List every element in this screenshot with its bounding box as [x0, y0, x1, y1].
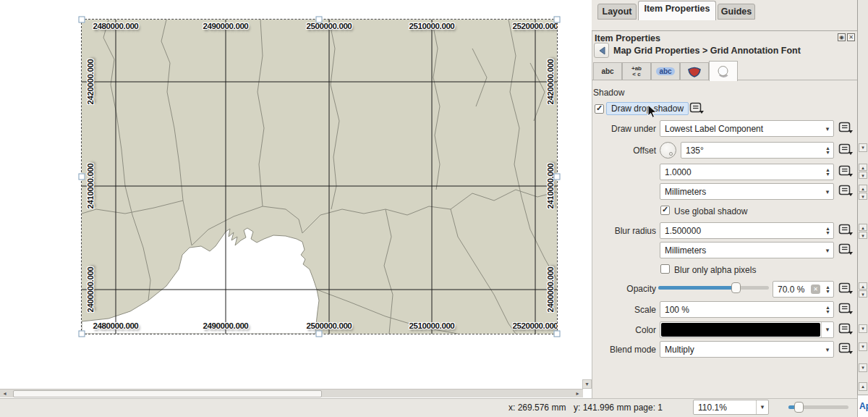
- blur-radius-spinbox[interactable]: 1.500000 ▲▼: [660, 222, 834, 239]
- draw-under-combobox[interactable]: Lowest Label Component ▾: [660, 120, 834, 137]
- scale-value: 100 %: [665, 305, 822, 315]
- grid-label: 2480000.000: [93, 321, 139, 330]
- cropped-window-strip: [857, 0, 868, 417]
- cropped-text-fragment: Ap: [857, 395, 868, 417]
- blend-mode-label: Blend mode: [592, 345, 656, 355]
- blur-alpha-checkbox[interactable]: [660, 264, 670, 274]
- spin-arrows-icon[interactable]: ▲▼: [822, 164, 833, 180]
- blend-mode-combobox[interactable]: Multiply ▾: [660, 341, 834, 358]
- subtab-shadow[interactable]: [709, 61, 738, 81]
- zoom-level-combobox[interactable]: 110.1% ▾: [693, 400, 769, 415]
- chevron-down-icon[interactable]: ▾: [756, 400, 768, 414]
- scroll-left-icon[interactable]: ◂: [0, 389, 9, 398]
- use-global-shadow-checkbox[interactable]: [660, 206, 670, 215]
- grid-label: 2500000.000: [307, 22, 352, 30]
- tab-guides[interactable]: Guides: [718, 4, 755, 20]
- chevron-down-icon: ▾: [822, 188, 833, 195]
- selection-handle[interactable]: [79, 17, 85, 23]
- layout-canvas[interactable]: 2480000.000 2490000.000 2500000.000 2510…: [0, 0, 592, 398]
- back-button[interactable]: [594, 43, 609, 58]
- subtab-formatting[interactable]: +ab< c: [622, 62, 651, 80]
- draw-drop-shadow-checkbox[interactable]: [595, 104, 604, 114]
- chevron-down-icon[interactable]: ▾: [821, 322, 833, 337]
- horizontal-scrollbar[interactable]: ◂ ▸: [0, 389, 583, 397]
- color-swatch: [661, 323, 820, 337]
- shadow-tab-icon: [716, 65, 731, 78]
- color-button[interactable]: ▾: [660, 321, 834, 338]
- selection-handle[interactable]: [316, 17, 323, 23]
- subtab-buffer[interactable]: abc: [651, 62, 680, 80]
- zoom-slider-handle[interactable]: [794, 402, 804, 413]
- mouse-cursor: [647, 104, 658, 119]
- offset-distance-value: 1.0000: [665, 167, 822, 177]
- scale-spinbox[interactable]: 100 % ▲▼: [660, 301, 834, 318]
- scroll-right-icon[interactable]: ▸: [573, 389, 582, 398]
- grid-label: 2510000.000: [409, 22, 455, 30]
- selection-handle[interactable]: [554, 331, 561, 337]
- data-defined-override-button[interactable]: [838, 282, 854, 295]
- panel-tabbar: Layout Item Properties Guides: [592, 0, 857, 31]
- map-graphic: [82, 20, 557, 334]
- offset-angle-dial[interactable]: [660, 142, 676, 159]
- map-item[interactable]: 2480000.000 2490000.000 2500000.000 2510…: [82, 20, 557, 334]
- close-panel-icon[interactable]: ✕: [847, 33, 855, 41]
- opacity-slider-handle[interactable]: [731, 282, 741, 293]
- spin-arrows-icon[interactable]: ▲▼: [822, 143, 833, 158]
- buffer-tab-icon: abc: [656, 67, 674, 75]
- cropped-widget-fragment: ▾: [859, 363, 867, 372]
- data-defined-override-button[interactable]: [838, 185, 854, 198]
- tab-layout[interactable]: Layout: [597, 4, 637, 20]
- data-defined-override-button[interactable]: [838, 243, 854, 256]
- subtab-text[interactable]: abc: [593, 62, 622, 80]
- data-defined-override-button[interactable]: [838, 323, 854, 336]
- spin-arrows-icon[interactable]: ▲▼: [822, 282, 833, 297]
- blur-radius-value: 1.500000: [665, 226, 822, 236]
- data-defined-override-button[interactable]: [689, 102, 705, 115]
- cropped-widget-fragment: ▾: [859, 342, 867, 351]
- selection-handle[interactable]: [316, 331, 323, 337]
- clear-icon[interactable]: ✕: [811, 285, 820, 294]
- spin-arrows-icon[interactable]: ▲▼: [822, 223, 833, 238]
- offset-units-combobox[interactable]: Millimeters ▾: [660, 183, 834, 200]
- spin-arrows-icon[interactable]: ▲▼: [822, 302, 833, 317]
- blur-units-value: Millimeters: [665, 245, 822, 256]
- data-defined-override-button[interactable]: [838, 303, 854, 316]
- data-defined-override-button[interactable]: [838, 122, 854, 135]
- data-defined-override-button[interactable]: [838, 342, 854, 355]
- subtab-background[interactable]: [680, 62, 709, 80]
- cropped-widget-fragment: ▾: [859, 232, 867, 239]
- data-defined-override-button[interactable]: [838, 165, 854, 178]
- cropped-widget-fragment: ▴: [859, 382, 867, 391]
- grid-label: 2410000.000: [86, 164, 95, 209]
- status-y-coordinate: y: 141.996 mm: [574, 403, 631, 413]
- blur-alpha-label[interactable]: Blur only alpha pixels: [674, 265, 756, 275]
- use-global-shadow-label[interactable]: Use global shadow: [674, 206, 747, 216]
- selection-handle[interactable]: [79, 331, 85, 337]
- data-defined-override-button[interactable]: [838, 224, 854, 237]
- opacity-spinbox[interactable]: 70.0 % ✕ ▲▼: [773, 281, 834, 298]
- text-tab-icon: abc: [601, 67, 613, 75]
- opacity-value: 70.0 %: [778, 285, 811, 295]
- background-tab-icon: [687, 66, 702, 77]
- blur-units-combobox[interactable]: Millimeters ▾: [660, 242, 834, 258]
- selection-handle[interactable]: [79, 174, 85, 180]
- selection-handle[interactable]: [554, 17, 561, 23]
- data-defined-override-button[interactable]: [838, 143, 854, 156]
- grid-label: 2520000.000: [513, 321, 557, 330]
- cropped-widget-fragment: ▴: [859, 224, 867, 231]
- grid-label: 2420000.000: [546, 59, 555, 105]
- opacity-slider[interactable]: [658, 286, 769, 290]
- horizontal-scrollbar-thumb[interactable]: [13, 390, 322, 397]
- offset-angle-spinbox[interactable]: 135° ▲▼: [681, 142, 834, 159]
- formatting-tab-icon: +ab< c: [631, 66, 642, 77]
- blur-radius-label: Blur radius: [592, 226, 656, 236]
- scroll-down-icon[interactable]: ▾: [582, 379, 592, 389]
- float-panel-icon[interactable]: ◉: [838, 33, 846, 41]
- chevron-down-icon: ▾: [822, 125, 833, 132]
- offset-units-value: Millimeters: [665, 187, 822, 197]
- status-x-coordinate: x: 269.576 mm: [509, 403, 566, 413]
- panel-title: Item Properties: [595, 33, 660, 43]
- offset-distance-spinbox[interactable]: 1.0000 ▲▼: [660, 164, 834, 180]
- selection-handle[interactable]: [554, 174, 561, 180]
- tab-item-properties[interactable]: Item Properties: [638, 1, 716, 20]
